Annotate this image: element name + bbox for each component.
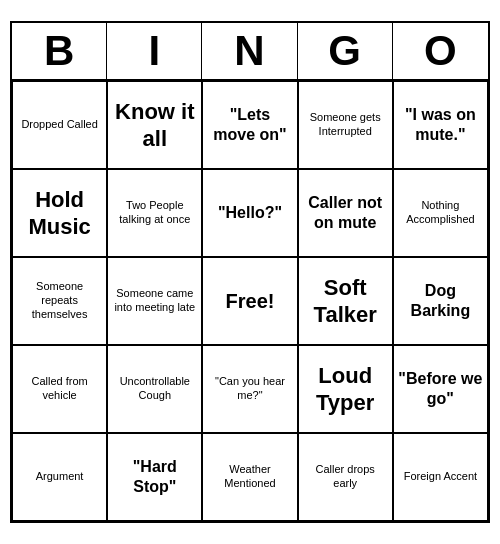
bingo-letter-n: N (202, 23, 297, 79)
bingo-cell-2[interactable]: "Lets move on" (202, 81, 297, 169)
bingo-cell-16[interactable]: Uncontrollable Cough (107, 345, 202, 433)
bingo-letter-g: G (298, 23, 393, 79)
bingo-cell-8[interactable]: Caller not on mute (298, 169, 393, 257)
bingo-cell-5[interactable]: Hold Music (12, 169, 107, 257)
bingo-cell-3[interactable]: Someone gets Interrupted (298, 81, 393, 169)
bingo-cell-14[interactable]: Dog Barking (393, 257, 488, 345)
bingo-header: BINGO (12, 23, 488, 81)
bingo-grid: Dropped CalledKnow it all"Lets move on"S… (12, 81, 488, 521)
bingo-cell-12[interactable]: Free! (202, 257, 297, 345)
bingo-letter-o: O (393, 23, 488, 79)
bingo-cell-11[interactable]: Someone came into meeting late (107, 257, 202, 345)
bingo-cell-22[interactable]: Weather Mentioned (202, 433, 297, 521)
bingo-cell-1[interactable]: Know it all (107, 81, 202, 169)
bingo-letter-b: B (12, 23, 107, 79)
bingo-cell-0[interactable]: Dropped Called (12, 81, 107, 169)
bingo-cell-24[interactable]: Foreign Accent (393, 433, 488, 521)
bingo-card: BINGO Dropped CalledKnow it all"Lets mov… (10, 21, 490, 523)
bingo-cell-23[interactable]: Caller drops early (298, 433, 393, 521)
bingo-cell-15[interactable]: Called from vehicle (12, 345, 107, 433)
bingo-cell-4[interactable]: "I was on mute." (393, 81, 488, 169)
bingo-cell-9[interactable]: Nothing Accomplished (393, 169, 488, 257)
bingo-cell-7[interactable]: "Hello?" (202, 169, 297, 257)
bingo-cell-19[interactable]: "Before we go" (393, 345, 488, 433)
bingo-cell-17[interactable]: "Can you hear me?" (202, 345, 297, 433)
bingo-cell-6[interactable]: Two People talking at once (107, 169, 202, 257)
bingo-cell-10[interactable]: Someone repeats themselves (12, 257, 107, 345)
bingo-cell-20[interactable]: Argument (12, 433, 107, 521)
bingo-cell-13[interactable]: Soft Talker (298, 257, 393, 345)
bingo-cell-18[interactable]: Loud Typer (298, 345, 393, 433)
bingo-letter-i: I (107, 23, 202, 79)
bingo-cell-21[interactable]: "Hard Stop" (107, 433, 202, 521)
